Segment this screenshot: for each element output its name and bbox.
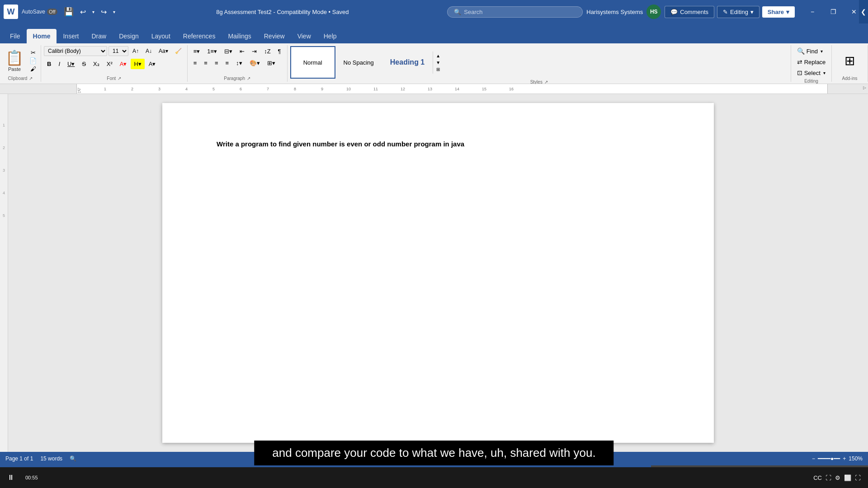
fullscreen-button[interactable]: ⛶	[855, 474, 861, 481]
numbering-button[interactable]: 1≡▾	[204, 46, 220, 56]
sort-button[interactable]: ↕Z	[261, 46, 274, 56]
search-input[interactable]	[464, 9, 572, 15]
paragraph-expand-icon[interactable]: ↗	[247, 76, 250, 81]
search-icon: 🔍	[454, 9, 461, 15]
clipboard-label: Clipboard	[8, 76, 28, 81]
borders-button[interactable]: ⊞▾	[264, 58, 278, 68]
autosave-toggle[interactable]: Off	[47, 9, 57, 15]
superscript-button[interactable]: X²	[104, 59, 116, 69]
align-left-button[interactable]: ≡	[190, 58, 200, 68]
show-formatting-button[interactable]: ¶	[275, 46, 284, 56]
font-expand-icon[interactable]: ↗	[118, 76, 121, 81]
zoom-out-button[interactable]: −	[812, 455, 815, 462]
tab-layout[interactable]: Layout	[145, 29, 177, 43]
styles-scroll-down[interactable]: ▼	[434, 59, 442, 66]
font-shrink-button[interactable]: A↓	[143, 47, 155, 56]
ruler-left-margin	[0, 84, 77, 94]
undo-dropdown[interactable]: ▾	[90, 8, 97, 16]
select-button[interactable]: ⊡ Select ▾	[794, 68, 829, 78]
cc-button[interactable]: CC	[813, 474, 822, 481]
theater-button[interactable]: ⬜	[844, 474, 851, 481]
tab-insert[interactable]: Insert	[57, 29, 85, 43]
subscript-button[interactable]: X₂	[90, 59, 103, 69]
paste-label: Paste	[8, 66, 21, 72]
styles-group: Normal No Spacing Heading 1 ▲ ▼ ⊞ Styles	[288, 45, 791, 82]
page-info: Page 1 of 1	[5, 455, 33, 462]
tab-file[interactable]: File	[4, 29, 27, 43]
word-logo: W	[4, 5, 18, 19]
replace-icon: ⇄	[797, 58, 802, 66]
find-label: Find	[807, 48, 818, 55]
document-content: Write a program to find given number is …	[217, 139, 660, 150]
clipboard-expand-icon[interactable]: ↗	[29, 76, 33, 81]
title-bar: W AutoSave Off 💾 ↩ ▾ ↪ ▾ 8g Assessment T…	[0, 0, 868, 23]
justify-button[interactable]: ≡	[222, 58, 232, 68]
tab-review[interactable]: Review	[258, 29, 291, 43]
tab-view[interactable]: View	[291, 29, 317, 43]
document-area[interactable]: Write a program to find given number is …	[8, 94, 868, 452]
replace-button[interactable]: ⇄ Replace	[794, 57, 829, 67]
caption-overlay: and compare your code to what we have, u…	[254, 441, 613, 465]
video-progress-bar[interactable]	[0, 465, 868, 467]
restore-button[interactable]: ❐	[823, 5, 844, 19]
style-normal-card[interactable]: Normal	[290, 46, 335, 79]
font-size-select[interactable]: 11	[108, 46, 128, 56]
cut-button[interactable]: ✂	[28, 49, 38, 56]
font-color-button[interactable]: A▾	[117, 59, 130, 69]
decrease-indent-button[interactable]: ⇤	[236, 46, 248, 56]
editing-button[interactable]: ✎ Editing ▾	[717, 6, 760, 18]
ruler-content: ▷ △ 1 2 3 4 5 6 7 8 9 10 11 12 13 14 15 …	[77, 84, 827, 94]
paste-icon: 📋	[5, 49, 24, 66]
font-grow-button[interactable]: A↑	[130, 47, 142, 56]
share-button[interactable]: Share ▾	[762, 6, 795, 18]
document-page[interactable]: Write a program to find given number is …	[162, 103, 714, 443]
bullets-button[interactable]: ≡▾	[190, 46, 203, 56]
settings-button[interactable]: ⚙	[835, 474, 840, 481]
underline-button[interactable]: U▾	[64, 59, 78, 69]
style-h1-card[interactable]: Heading 1	[382, 46, 433, 79]
find-button[interactable]: 🔍 Find ▾	[794, 46, 829, 56]
format-painter-button[interactable]: 🖌	[28, 65, 38, 73]
comments-button[interactable]: 💬 Comments	[665, 6, 714, 18]
word-count: 15 words	[40, 455, 62, 462]
save-button[interactable]: 💾	[61, 5, 76, 19]
styles-expand[interactable]: ⊞	[434, 66, 442, 73]
clear-format-button[interactable]: 🧹	[172, 47, 184, 56]
redo-dropdown[interactable]: ▾	[110, 8, 118, 16]
undo-button[interactable]: ↩	[77, 6, 89, 18]
zoom-in-button[interactable]: +	[843, 455, 846, 462]
minimize-button[interactable]: −	[802, 5, 823, 19]
play-pause-button[interactable]: ⏸	[7, 474, 14, 482]
zoom-slider[interactable]: ━━━━●━━	[818, 455, 840, 462]
tab-mailings[interactable]: Mailings	[222, 29, 257, 43]
align-center-button[interactable]: ≡	[201, 58, 211, 68]
style-nospace-card[interactable]: No Spacing	[335, 46, 382, 79]
italic-button[interactable]: I	[55, 59, 63, 69]
tab-help[interactable]: Help	[317, 29, 343, 43]
text-effect-button[interactable]: A▾	[146, 59, 159, 69]
clipboard-group: 📋 Paste ✂ 📄 🖌 Clipboard ↗	[0, 45, 41, 82]
change-case-button[interactable]: Aa▾	[156, 47, 171, 56]
highlight-button[interactable]: H▾	[131, 59, 144, 69]
zoom-level: 150%	[849, 455, 863, 462]
align-right-button[interactable]: ≡	[212, 58, 222, 68]
redo-button[interactable]: ↪	[98, 6, 109, 18]
tab-references[interactable]: References	[177, 29, 222, 43]
tab-design[interactable]: Design	[113, 29, 145, 43]
tab-draw[interactable]: Draw	[85, 29, 113, 43]
collapse-button[interactable]: ❮	[859, 0, 868, 23]
font-family-select[interactable]: Calibri (Body)	[44, 46, 107, 56]
increase-indent-button[interactable]: ⇥	[249, 46, 260, 56]
strikethrough-button[interactable]: S	[79, 59, 89, 69]
shading-button[interactable]: 🎨▾	[246, 58, 263, 68]
paste-button[interactable]: 📋 Paste	[3, 48, 26, 73]
replace-label: Replace	[804, 59, 826, 66]
copy-button[interactable]: 📄	[28, 57, 38, 65]
find-dropdown-icon: ▾	[821, 49, 823, 54]
multilevel-button[interactable]: ⊟▾	[221, 46, 236, 56]
screen-button[interactable]: ⛶	[826, 474, 831, 481]
styles-scroll-up[interactable]: ▲	[434, 52, 442, 59]
tab-home[interactable]: Home	[27, 29, 57, 43]
line-spacing-button[interactable]: ↕▾	[233, 58, 245, 68]
bold-button[interactable]: B	[44, 59, 54, 69]
